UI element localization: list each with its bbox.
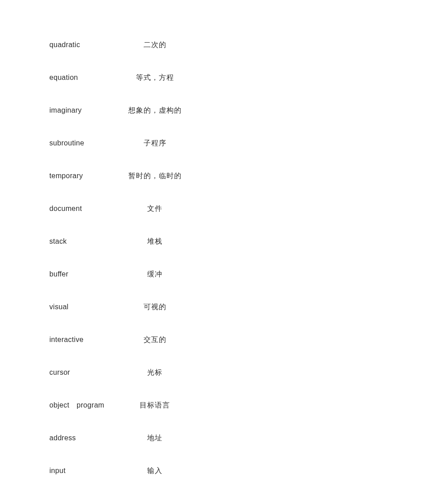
- term: interactive: [49, 336, 117, 344]
- list-item: visual 可视的: [49, 302, 424, 312]
- term: object program: [49, 401, 117, 409]
- list-item: imaginary 想象的，虚构的: [49, 106, 424, 115]
- list-item: document 文件: [49, 204, 424, 214]
- list-item: interactive 交互的: [49, 335, 424, 345]
- term: temporary: [49, 172, 117, 180]
- definition: 目标语言: [117, 401, 193, 410]
- term: address: [49, 434, 117, 442]
- definition: 缓冲: [117, 270, 193, 279]
- list-item: quadratic 二次的: [49, 40, 424, 50]
- vocab-list: quadratic 二次的 equation 等式，方程 imaginary 想…: [49, 40, 424, 476]
- list-item: input 输入: [49, 466, 424, 476]
- list-item: object program 目标语言: [49, 401, 424, 410]
- term: cursor: [49, 368, 117, 377]
- term: quadratic: [49, 41, 117, 49]
- term: equation: [49, 74, 117, 82]
- term: imaginary: [49, 106, 117, 114]
- term: input: [49, 467, 117, 475]
- definition: 光标: [117, 368, 193, 377]
- definition: 地址: [117, 434, 193, 443]
- term: visual: [49, 303, 117, 311]
- list-item: buffer 缓冲: [49, 270, 424, 279]
- definition: 交互的: [117, 335, 193, 345]
- list-item: subroutine 子程序: [49, 139, 424, 148]
- definition: 可视的: [117, 302, 193, 312]
- list-item: stack 堆栈: [49, 237, 424, 246]
- definition: 暂时的，临时的: [117, 171, 193, 181]
- definition: 堆栈: [117, 237, 193, 246]
- list-item: temporary 暂时的，临时的: [49, 171, 424, 181]
- definition: 输入: [117, 466, 193, 476]
- list-item: cursor 光标: [49, 368, 424, 377]
- list-item: address 地址: [49, 434, 424, 443]
- term: stack: [49, 237, 117, 245]
- definition: 二次的: [117, 40, 193, 50]
- definition: 文件: [117, 204, 193, 214]
- definition: 子程序: [117, 139, 193, 148]
- term: document: [49, 205, 117, 213]
- definition: 等式，方程: [117, 73, 193, 83]
- term: buffer: [49, 270, 117, 278]
- term: subroutine: [49, 139, 117, 147]
- list-item: equation 等式，方程: [49, 73, 424, 83]
- definition: 想象的，虚构的: [117, 106, 193, 115]
